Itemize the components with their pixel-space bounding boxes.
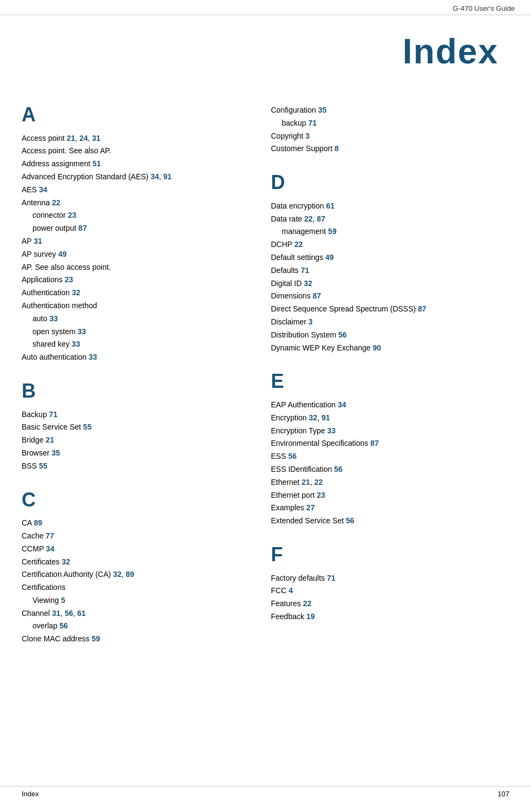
section-letter-f: F xyxy=(271,544,510,566)
list-item: FCC 4 xyxy=(271,584,510,597)
list-item: overlap 56 xyxy=(22,620,250,633)
list-item: Environmental Specifications 87 xyxy=(271,437,510,450)
list-item: ESS IDentification 56 xyxy=(271,463,510,476)
content-area: A Access point 21, 24, 31 Access point. … xyxy=(0,93,531,678)
list-item: Address assignment 51 xyxy=(22,158,250,171)
list-item: Defaults 71 xyxy=(271,264,510,277)
list-item: connector 23 xyxy=(22,209,250,222)
list-item: Viewing 5 xyxy=(22,594,250,607)
list-item: AES 34 xyxy=(22,184,250,197)
section-letter-c: C xyxy=(22,489,250,511)
column-right: Configuration 35 backup 71 Copyright 3 C… xyxy=(266,93,510,646)
list-item: shared key 33 xyxy=(22,338,250,351)
list-item: AP. See also access point. xyxy=(22,261,250,274)
list-item: Basic Service Set 55 xyxy=(22,421,250,434)
list-item: Access point. See also AP. xyxy=(22,145,250,158)
header-title: G-470 User's Guide xyxy=(453,4,515,12)
list-item: management 59 xyxy=(271,225,510,238)
list-item: Dynamic WEP Key Exchange 90 xyxy=(271,342,510,355)
list-item: Authentication method xyxy=(22,300,250,313)
list-item: Dimensions 87 xyxy=(271,290,510,303)
list-item: Channel 31, 56, 61 xyxy=(22,607,250,620)
list-item: Customer Support 8 xyxy=(271,142,510,155)
list-item: Default settings 49 xyxy=(271,251,510,264)
list-item: Data rate 22, 87 xyxy=(271,213,510,226)
list-item: EAP Authentication 34 xyxy=(271,399,510,412)
list-item: Data encryption 61 xyxy=(271,200,510,213)
page-footer: Index 107 xyxy=(0,786,531,801)
list-item: Certifications xyxy=(22,581,250,594)
section-letter-a: A xyxy=(22,104,250,126)
list-item: DCHP 22 xyxy=(271,238,510,251)
section-letter-d: D xyxy=(271,172,510,193)
list-item: Examples 27 xyxy=(271,502,510,515)
list-item: backup 71 xyxy=(271,117,510,130)
list-item: Distribution System 56 xyxy=(271,329,510,342)
list-item: Ethernet 21, 22 xyxy=(271,476,510,489)
list-item: AP 31 xyxy=(22,235,250,248)
list-item: Certification Authority (CA) 32, 89 xyxy=(22,568,250,581)
list-item: Authentication 32 xyxy=(22,287,250,300)
list-item: Extended Service Set 56 xyxy=(271,515,510,528)
section-letter-e: E xyxy=(271,371,510,392)
list-item: Direct Sequence Spread Spectrum (DSSS) 8… xyxy=(271,303,510,316)
list-item: Browser 35 xyxy=(22,447,250,460)
list-item: Cache 77 xyxy=(22,530,250,543)
column-left: A Access point 21, 24, 31 Access point. … xyxy=(22,93,266,646)
list-item: Antenna 22 xyxy=(22,197,250,210)
list-item: Encryption Type 33 xyxy=(271,425,510,438)
list-item: Applications 23 xyxy=(22,274,250,287)
list-item: Clone MAC address 59 xyxy=(22,633,250,646)
list-item: open system 33 xyxy=(22,326,250,339)
list-item: Access point 21, 24, 31 xyxy=(22,132,250,145)
list-item: Advanced Encryption Standard (AES) 34, 9… xyxy=(22,171,250,184)
footer-left: Index xyxy=(22,790,39,798)
list-item: Configuration 35 xyxy=(271,104,510,117)
list-item: Digital ID 32 xyxy=(271,277,510,290)
list-item: power output 87 xyxy=(22,222,250,235)
list-item: Ethernet port 23 xyxy=(271,489,510,502)
list-item: Encryption 32, 91 xyxy=(271,412,510,425)
list-item: Copyright 3 xyxy=(271,130,510,143)
list-item: Disclaimer 3 xyxy=(271,316,510,329)
list-item: Certificates 32 xyxy=(22,556,250,569)
page-title: Index xyxy=(0,15,531,93)
footer-right: 107 xyxy=(497,790,509,798)
list-item: Auto authentication 33 xyxy=(22,351,250,364)
list-item: CCMP 34 xyxy=(22,543,250,556)
list-item: Factory defaults 71 xyxy=(271,572,510,585)
list-item: BSS 55 xyxy=(22,460,250,473)
list-item: Backup 71 xyxy=(22,408,250,421)
list-item: ESS 56 xyxy=(271,450,510,463)
list-item: CA 89 xyxy=(22,517,250,530)
list-item: auto 33 xyxy=(22,313,250,326)
list-item: AP survey 49 xyxy=(22,248,250,261)
list-item: Features 22 xyxy=(271,597,510,610)
section-letter-b: B xyxy=(22,380,250,402)
list-item: Feedback 19 xyxy=(271,610,510,623)
list-item: Bridge 21 xyxy=(22,434,250,447)
page-header: G-470 User's Guide xyxy=(0,0,531,15)
